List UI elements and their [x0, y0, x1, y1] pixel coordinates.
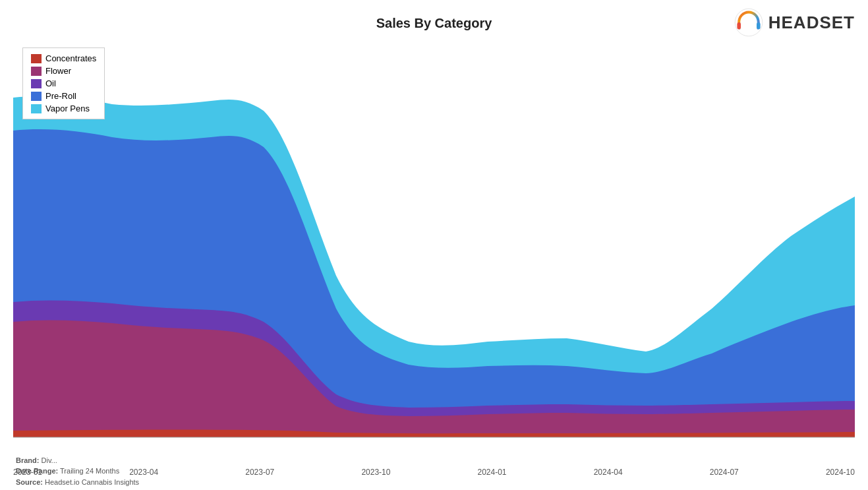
- chart-container: Sales By Category HEADSET: [0, 0, 868, 490]
- svg-rect-2: [757, 22, 761, 29]
- x-label-6: 2024-07: [710, 468, 739, 477]
- x-label-4: 2024-01: [478, 468, 507, 477]
- concentrates-swatch: [31, 54, 42, 63]
- preroll-swatch: [31, 92, 42, 101]
- source-label: Source:: [16, 478, 43, 486]
- x-label-7: 2024-10: [826, 468, 855, 477]
- date-label: Date Range:: [16, 467, 58, 475]
- legend-item-vapor-pens: Vapor Pens: [31, 104, 96, 113]
- vapor-pens-label: Vapor Pens: [45, 104, 90, 113]
- area-chart-svg: [13, 45, 855, 450]
- legend-item-flower: Flower: [31, 66, 96, 76]
- x-axis-labels: 2023-01 2023-04 2023-07 2023-10 2024-01 …: [13, 468, 855, 477]
- legend-item-concentrates: Concentrates: [31, 53, 96, 63]
- vapor-pens-swatch: [31, 104, 42, 113]
- concentrates-label: Concentrates: [45, 53, 96, 63]
- x-label-5: 2024-04: [594, 468, 623, 477]
- footer-brand: Brand: Div...: [16, 455, 139, 466]
- footer-date: Date Range: Trailing 24 Months: [16, 466, 139, 477]
- legend-item-preroll: Pre-Roll: [31, 91, 96, 101]
- flower-label: Flower: [45, 66, 71, 76]
- source-value: Headset.io Cannabis Insights: [45, 478, 139, 486]
- brand-label: Brand:: [16, 456, 39, 464]
- svg-rect-1: [737, 22, 741, 29]
- preroll-label: Pre-Roll: [45, 91, 76, 101]
- footer-info: Brand: Div... Date Range: Trailing 24 Mo…: [16, 455, 139, 488]
- footer-source: Source: Headset.io Cannabis Insights: [16, 477, 139, 488]
- legend: Concentrates Flower Oil Pre-Roll Vapor P…: [22, 47, 105, 119]
- x-label-3: 2023-10: [361, 468, 390, 477]
- legend-item-oil: Oil: [31, 78, 96, 88]
- headset-logo-icon: [733, 7, 765, 38]
- chart-area: [13, 45, 855, 450]
- x-label-2: 2023-07: [245, 468, 274, 477]
- brand-value: Div...: [42, 456, 57, 464]
- flower-swatch: [31, 67, 42, 76]
- date-value: Trailing 24 Months: [60, 467, 119, 475]
- logo-area: HEADSET: [733, 7, 855, 38]
- logo-text: HEADSET: [768, 13, 855, 33]
- oil-label: Oil: [45, 78, 56, 88]
- oil-swatch: [31, 79, 42, 88]
